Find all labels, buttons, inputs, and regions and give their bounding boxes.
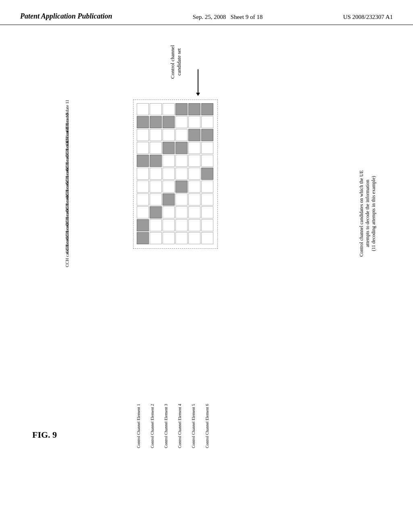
grid-cell: [188, 168, 200, 180]
grid-row: [137, 116, 214, 128]
publication-title: Patent Application Publication: [20, 12, 112, 21]
row-label: CCH candidate 8: [65, 141, 69, 154]
grid-cell: [188, 155, 200, 167]
grid-row: [137, 142, 214, 154]
grid-row: [137, 206, 214, 218]
grid-row: [137, 168, 214, 180]
grid-cell: [201, 232, 213, 244]
grid-row: [137, 219, 214, 231]
grid-cell: [150, 129, 162, 141]
grid-cell: [150, 142, 162, 154]
grid-cell: [137, 193, 149, 206]
row-label: CCH candidate 6: [65, 168, 69, 181]
publication-date: Sep. 25, 2008 Sheet 9 of 18: [193, 14, 263, 21]
grid-cell: [163, 103, 175, 115]
grid-cell: [163, 168, 175, 180]
grid-cell: [163, 142, 175, 154]
col-label: Control Channel Element 6: [205, 384, 218, 448]
grid-cell: [137, 116, 149, 128]
grid-cell: [175, 219, 188, 231]
grid-cell: [150, 155, 162, 167]
grid-cell: [150, 219, 162, 231]
grid-cell: [150, 103, 162, 115]
row-label: CCH candidate 9: [65, 127, 69, 140]
grid-cell: [175, 155, 188, 167]
grid-cell: [175, 116, 188, 128]
grid-row: [137, 232, 214, 244]
grid-cell: [137, 232, 149, 244]
col-label: Control Channel Element 2: [150, 384, 163, 448]
grid-cell: [150, 116, 162, 128]
publication-number: US 2008/232307 A1: [343, 14, 393, 21]
row-label: CCH candidate 7: [65, 154, 69, 167]
grid-cell: [175, 193, 188, 206]
grid-cell: [163, 206, 175, 218]
row-labels: CCH candidate 11CCH candidate 10CCH cand…: [65, 100, 69, 250]
grid-cell: [163, 232, 175, 244]
row-label: CCH candidate 2: [65, 223, 69, 236]
grid-cell: [201, 219, 213, 231]
grid-cell: [137, 219, 149, 231]
grid-row: [137, 193, 214, 206]
col-label: Control Channel Element 5: [191, 384, 204, 448]
grid-cell: [137, 142, 149, 154]
grid-cell: [188, 232, 200, 244]
grid-cell: [163, 155, 175, 167]
grid-row: [137, 181, 214, 193]
grid-cell: [201, 206, 213, 218]
grid-cell: [175, 206, 188, 218]
grid-cell: [163, 219, 175, 231]
grid-cell: [188, 219, 200, 231]
row-label: CCH candidate 11: [65, 100, 69, 112]
arrow-down: [198, 69, 198, 94]
col-label: Control Channel Element 4: [177, 384, 190, 448]
grid-cell: [150, 232, 162, 244]
grid-row: [137, 155, 214, 167]
grid-container: [133, 100, 218, 249]
grid-cell: [201, 155, 213, 167]
cch-set-label: Control channelcandidate set: [169, 45, 182, 79]
grid-row: [137, 103, 214, 115]
grid-cell: [137, 129, 149, 141]
col-label: Control Channel Element 1: [136, 384, 149, 448]
grid-cell: [163, 193, 175, 206]
grid-cell: [137, 181, 149, 193]
grid-cell: [150, 206, 162, 218]
grid-cell: [188, 116, 200, 128]
grid-cell: [175, 232, 188, 244]
grid-cell: [201, 142, 213, 154]
page-header: Patent Application Publication Sep. 25, …: [0, 0, 413, 25]
grid-cell: [201, 168, 213, 180]
grid-cell: [175, 181, 188, 193]
grid-cell: [137, 155, 149, 167]
grid-cell: [137, 168, 149, 180]
grid-cell: [201, 193, 213, 206]
grid-cell: [163, 116, 175, 128]
right-label: Control channel candidates on which the …: [359, 100, 377, 257]
grid-cell: [201, 103, 213, 115]
row-label: CCH candidate 10: [65, 113, 69, 126]
grid-cell: [201, 181, 213, 193]
grid-cell: [137, 206, 149, 218]
diagram-area: Control channelcandidate set CCH candida…: [40, 37, 389, 472]
grid-cell: [150, 181, 162, 193]
grid-cell: [188, 142, 200, 154]
row-label: CCH candidate 3: [65, 209, 69, 222]
grid-cell: [188, 103, 200, 115]
grid-cell: [137, 103, 149, 115]
grid-cell: [175, 142, 188, 154]
grid-cell: [163, 181, 175, 193]
grid-cell: [175, 103, 188, 115]
grid-cell: [150, 168, 162, 180]
row-label: CCH candidate 5: [65, 182, 69, 195]
grid-row: [137, 129, 214, 141]
grid-cell: [175, 129, 188, 141]
grid-cell: [150, 193, 162, 206]
grid-cell: [175, 168, 188, 180]
grid-cell: [188, 181, 200, 193]
row-label: CCH candidate 4: [65, 195, 69, 208]
col-label: Control Channel Element 3: [164, 384, 177, 448]
col-labels: Control Channel Element 1Control Channel…: [136, 384, 219, 448]
grid-cell: [163, 129, 175, 141]
grid-cell: [201, 116, 213, 128]
